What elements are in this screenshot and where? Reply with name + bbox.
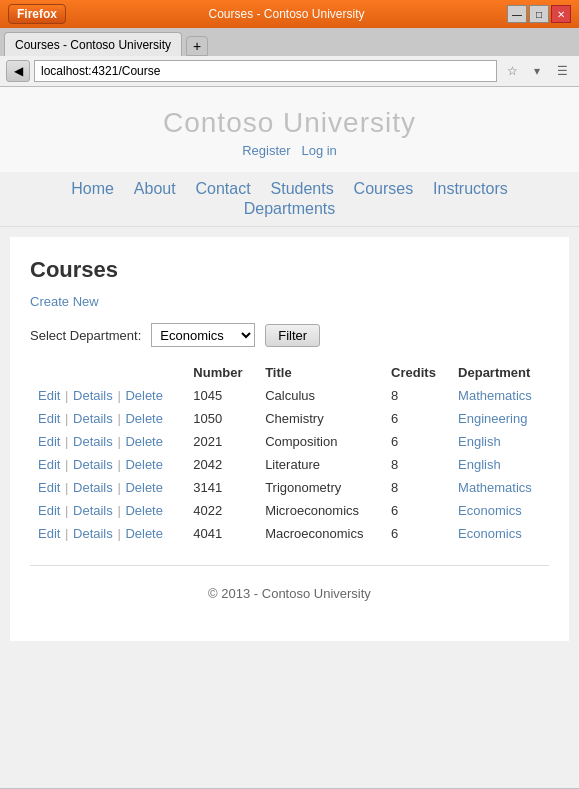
nav-contact[interactable]: Contact — [196, 180, 251, 197]
row-number: 1050 — [185, 407, 257, 430]
filter-button[interactable]: Filter — [265, 324, 320, 347]
col-credits: Credits — [383, 361, 450, 384]
window-title: Courses - Contoso University — [72, 7, 501, 21]
details-link[interactable]: Details — [73, 526, 113, 541]
row-number: 2021 — [185, 430, 257, 453]
row-title: Literature — [257, 453, 383, 476]
row-title: Composition — [257, 430, 383, 453]
nav-departments[interactable]: Departments — [244, 200, 336, 217]
table-row: Edit | Details | Delete4022Microeconomic… — [30, 499, 549, 522]
table-row: Edit | Details | Delete1045Calculus8Math… — [30, 384, 549, 407]
table-row: Edit | Details | Delete4041Macroeconomic… — [30, 522, 549, 545]
delete-link[interactable]: Delete — [125, 457, 163, 472]
active-tab[interactable]: Courses - Contoso University — [4, 32, 182, 56]
register-link[interactable]: Register — [242, 143, 290, 158]
close-button[interactable]: ✕ — [551, 5, 571, 23]
row-department: English — [450, 430, 549, 453]
details-link[interactable]: Details — [73, 480, 113, 495]
browser-window: Firefox Courses - Contoso University — □… — [0, 0, 579, 788]
row-title: Chemistry — [257, 407, 383, 430]
edit-link[interactable]: Edit — [38, 526, 60, 541]
row-actions: Edit | Details | Delete — [30, 476, 185, 499]
edit-link[interactable]: Edit — [38, 503, 60, 518]
address-icons: ☆ ▾ ☰ — [501, 60, 573, 82]
minimize-button[interactable]: — — [507, 5, 527, 23]
delete-link[interactable]: Delete — [125, 526, 163, 541]
table-row: Edit | Details | Delete3141Trigonometry8… — [30, 476, 549, 499]
menu-icon[interactable]: ☰ — [551, 60, 573, 82]
site-title: Contoso University — [0, 107, 579, 139]
col-department: Department — [450, 361, 549, 384]
page-heading: Courses — [30, 257, 549, 283]
row-credits: 8 — [383, 384, 450, 407]
delete-link[interactable]: Delete — [125, 388, 163, 403]
site-header: Contoso University Register Log in — [0, 87, 579, 172]
nav-students[interactable]: Students — [271, 180, 334, 197]
row-number: 4022 — [185, 499, 257, 522]
site-nav: Home About Contact Students Courses Inst… — [0, 172, 579, 227]
edit-link[interactable]: Edit — [38, 388, 60, 403]
new-tab-button[interactable]: + — [186, 36, 208, 56]
back-button[interactable]: ◀ — [6, 60, 30, 82]
row-number: 3141 — [185, 476, 257, 499]
delete-link[interactable]: Delete — [125, 434, 163, 449]
edit-link[interactable]: Edit — [38, 411, 60, 426]
table-row: Edit | Details | Delete2042Literature8En… — [30, 453, 549, 476]
row-department: English — [450, 453, 549, 476]
row-actions: Edit | Details | Delete — [30, 384, 185, 407]
details-link[interactable]: Details — [73, 388, 113, 403]
details-link[interactable]: Details — [73, 457, 113, 472]
row-number: 2042 — [185, 453, 257, 476]
row-credits: 6 — [383, 499, 450, 522]
details-link[interactable]: Details — [73, 434, 113, 449]
main-content: Courses Create New Select Department: Ec… — [10, 237, 569, 641]
row-credits: 8 — [383, 476, 450, 499]
login-link[interactable]: Log in — [301, 143, 336, 158]
details-link[interactable]: Details — [73, 503, 113, 518]
page-content: Contoso University Register Log in Home … — [0, 87, 579, 788]
nav-courses[interactable]: Courses — [354, 180, 414, 197]
filter-label: Select Department: — [30, 328, 141, 343]
row-department: Economics — [450, 499, 549, 522]
col-title: Title — [257, 361, 383, 384]
row-actions: Edit | Details | Delete — [30, 499, 185, 522]
site-footer: © 2013 - Contoso University — [30, 565, 549, 621]
row-department: Mathematics — [450, 384, 549, 407]
delete-link[interactable]: Delete — [125, 503, 163, 518]
row-actions: Edit | Details | Delete — [30, 522, 185, 545]
row-title: Trigonometry — [257, 476, 383, 499]
delete-link[interactable]: Delete — [125, 480, 163, 495]
title-bar: Firefox Courses - Contoso University — □… — [0, 0, 579, 28]
col-number: Number — [185, 361, 257, 384]
maximize-button[interactable]: □ — [529, 5, 549, 23]
table-row: Edit | Details | Delete2021Composition6E… — [30, 430, 549, 453]
nav-instructors[interactable]: Instructors — [433, 180, 508, 197]
delete-link[interactable]: Delete — [125, 411, 163, 426]
nav-row1: Home About Contact Students Courses Inst… — [0, 180, 579, 198]
row-department: Mathematics — [450, 476, 549, 499]
edit-link[interactable]: Edit — [38, 457, 60, 472]
create-new-link[interactable]: Create New — [30, 294, 99, 309]
row-actions: Edit | Details | Delete — [30, 407, 185, 430]
down-arrow-icon[interactable]: ▾ — [526, 60, 548, 82]
row-credits: 6 — [383, 430, 450, 453]
row-title: Macroeconomics — [257, 522, 383, 545]
bookmark-icon[interactable]: ☆ — [501, 60, 523, 82]
firefox-button[interactable]: Firefox — [8, 4, 66, 24]
tab-bar: Courses - Contoso University + — [0, 28, 579, 56]
address-bar: ◀ ☆ ▾ ☰ — [0, 56, 579, 87]
nav-home[interactable]: Home — [71, 180, 114, 197]
edit-link[interactable]: Edit — [38, 480, 60, 495]
row-title: Calculus — [257, 384, 383, 407]
details-link[interactable]: Details — [73, 411, 113, 426]
row-number: 1045 — [185, 384, 257, 407]
department-select[interactable]: Economics Mathematics English Engineerin… — [151, 323, 255, 347]
address-input[interactable] — [34, 60, 497, 82]
row-actions: Edit | Details | Delete — [30, 430, 185, 453]
edit-link[interactable]: Edit — [38, 434, 60, 449]
nav-about[interactable]: About — [134, 180, 176, 197]
courses-table: Number Title Credits Department Edit | D… — [30, 361, 549, 545]
row-title: Microeconomics — [257, 499, 383, 522]
row-actions: Edit | Details | Delete — [30, 453, 185, 476]
window-controls: — □ ✕ — [507, 5, 571, 23]
